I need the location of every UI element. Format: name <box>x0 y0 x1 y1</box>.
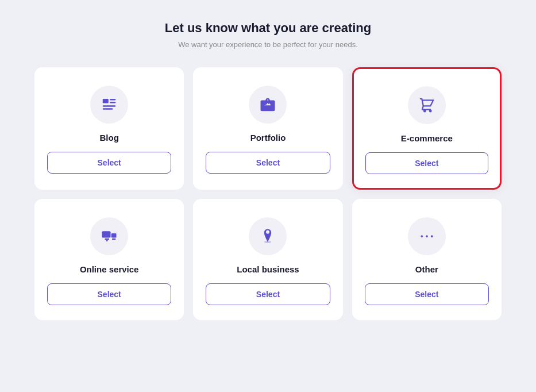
select-button-online-service[interactable]: Select <box>47 283 171 305</box>
svg-point-11 <box>421 235 423 237</box>
page-header: Let us know what you are creating We wan… <box>165 21 371 49</box>
svg-point-10 <box>264 241 272 243</box>
ecommerce-icon <box>408 86 446 124</box>
local-business-icon <box>249 217 287 255</box>
card-ecommerce[interactable]: E-commerce Select <box>352 67 502 190</box>
select-button-portfolio[interactable]: Select <box>206 152 330 174</box>
card-portfolio[interactable]: Portfolio Select <box>193 67 342 190</box>
svg-rect-7 <box>112 239 115 240</box>
svg-rect-6 <box>111 233 117 238</box>
blog-icon <box>90 86 128 124</box>
svg-rect-8 <box>105 239 110 240</box>
card-label-other: Other <box>415 264 438 274</box>
svg-rect-5 <box>102 231 111 237</box>
select-button-local-business[interactable]: Select <box>206 283 330 305</box>
card-blog[interactable]: Blog Select <box>34 67 184 190</box>
card-label-blog: Blog <box>100 133 119 143</box>
svg-rect-1 <box>110 99 115 101</box>
card-label-local-business: Local business <box>237 264 299 274</box>
card-local-business[interactable]: Local business Select <box>193 199 342 320</box>
page-container: Let us know what you are creating We wan… <box>0 0 536 392</box>
portfolio-icon <box>249 86 287 124</box>
card-other[interactable]: Other Select <box>352 199 502 320</box>
card-label-online-service: Online service <box>80 264 139 274</box>
card-label-portfolio: Portfolio <box>250 133 286 143</box>
svg-rect-9 <box>106 240 108 241</box>
svg-rect-4 <box>103 108 113 110</box>
svg-rect-2 <box>110 102 115 103</box>
card-label-ecommerce: E-commerce <box>401 133 453 143</box>
svg-point-13 <box>431 235 433 237</box>
cards-grid: Blog Select Portfolio Select E-commerce … <box>34 67 502 320</box>
select-button-other[interactable]: Select <box>365 283 489 305</box>
svg-rect-3 <box>103 105 116 107</box>
svg-point-12 <box>426 235 428 237</box>
select-button-blog[interactable]: Select <box>47 152 171 174</box>
card-online-service[interactable]: Online service Select <box>34 199 184 320</box>
svg-rect-0 <box>103 99 109 103</box>
online-service-icon <box>90 217 128 255</box>
page-title: Let us know what you are creating <box>165 21 371 36</box>
page-subtitle: We want your experience to be perfect fo… <box>165 40 371 49</box>
select-button-ecommerce[interactable]: Select <box>365 152 488 174</box>
other-icon <box>408 217 446 255</box>
